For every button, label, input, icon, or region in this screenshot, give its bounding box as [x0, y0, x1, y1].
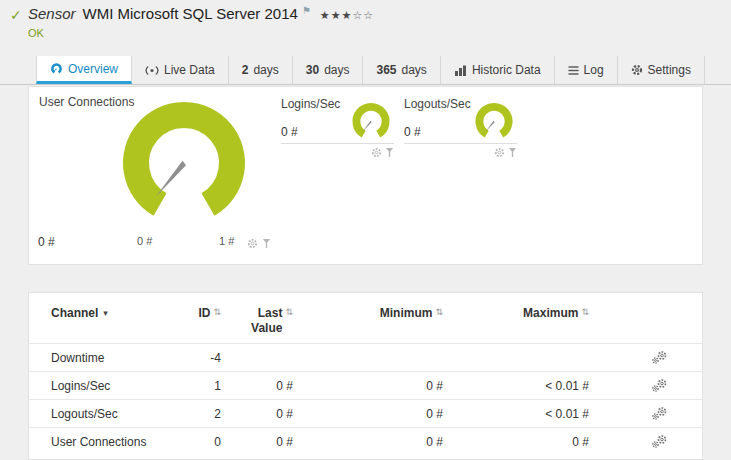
channel-last-value: 0 #	[221, 435, 293, 449]
gear-icon[interactable]	[494, 147, 505, 158]
channel-settings-icon[interactable]	[651, 434, 668, 449]
sensor-title-line: SensorWMI Microsoft SQL Server 2014⚑★★★☆…	[28, 5, 374, 22]
gauges-panel: User Connections 0 # 0 # 1 # Logins/Sec …	[28, 86, 703, 265]
mini-gauge-toolbar	[494, 147, 517, 158]
tab-number: 365	[376, 63, 396, 77]
object-kind-label: Sensor	[28, 5, 76, 22]
star-filled-icons: ★★★	[320, 9, 353, 21]
tab-2-days[interactable]: 2 days	[229, 56, 293, 84]
page-title: WMI Microsoft SQL Server 2014	[83, 5, 298, 22]
channel-name: User Connections	[51, 435, 171, 449]
priority-stars[interactable]: ★★★☆☆	[320, 9, 374, 21]
main-gauge-scale-min: 0 #	[137, 235, 152, 247]
table-row: User Connections 0 0 # 0 # 0 #	[29, 427, 702, 455]
mini-gauge-toolbar	[371, 147, 394, 158]
channel-settings-icon[interactable]	[651, 406, 668, 421]
mini-gauge-logins: Logins/Sec 0 #	[281, 97, 394, 161]
channel-name: Logouts/Sec	[51, 407, 171, 421]
channel-id: -4	[171, 351, 221, 365]
tab-label: days	[324, 63, 349, 77]
channel-table-panel: Channel ▾ ID ⇅ Last Value ⇅ Minimum ⇅ Ma…	[28, 292, 703, 460]
divider	[404, 143, 517, 144]
channel-last-value: 0 #	[221, 379, 293, 393]
pin-icon[interactable]	[262, 238, 271, 249]
pin-icon[interactable]	[508, 147, 517, 158]
column-header-minimum[interactable]: Minimum ⇅	[293, 306, 443, 343]
bar-chart-icon	[454, 65, 467, 76]
channel-last-value: 0 #	[221, 407, 293, 421]
tab-number: 2	[242, 63, 249, 77]
tab-label: Settings	[648, 63, 691, 77]
tab-overview[interactable]: Overview	[36, 56, 132, 84]
sort-icon: ⇅	[213, 307, 221, 317]
main-gauge-scale-max: 1 #	[219, 235, 234, 247]
column-header-last-value[interactable]: Last Value ⇅	[221, 306, 293, 343]
prtg-sensor-page: ✓ SensorWMI Microsoft SQL Server 2014⚑★★…	[0, 0, 731, 460]
pin-icon[interactable]	[385, 147, 394, 158]
gear-icon[interactable]	[247, 238, 258, 249]
tab-label: Log	[584, 63, 604, 77]
channel-name: Logins/Sec	[51, 379, 171, 393]
tab-label: Live Data	[164, 63, 215, 77]
sort-icon: ⇅	[285, 307, 293, 317]
channel-id: 0	[171, 435, 221, 449]
tab-settings[interactable]: Settings	[618, 56, 705, 84]
sensor-header: ✓ SensorWMI Microsoft SQL Server 2014⚑★★…	[0, 0, 731, 56]
mini-gauge-value: 0 #	[404, 125, 421, 139]
channel-minimum: 0 #	[293, 379, 443, 393]
mini-gauge-value: 0 #	[281, 125, 298, 139]
channel-id: 2	[171, 407, 221, 421]
flag-icon[interactable]: ⚑	[302, 5, 311, 16]
tab-log[interactable]: Log	[555, 56, 618, 84]
channel-settings-icon[interactable]	[651, 378, 668, 393]
table-row: Logouts/Sec 2 0 # 0 # < 0.01 #	[29, 399, 702, 427]
divider	[281, 143, 394, 144]
gear-icon[interactable]	[371, 147, 382, 158]
channel-maximum: < 0.01 #	[443, 407, 589, 421]
channel-name: Downtime	[51, 351, 171, 365]
table-row: Logins/Sec 1 0 # 0 # < 0.01 #	[29, 371, 702, 399]
main-gauge-value: 0 #	[38, 235, 55, 249]
user-connections-gauge	[109, 99, 259, 234]
logins-gauge	[348, 102, 394, 143]
logouts-gauge	[471, 102, 517, 143]
tab-label: days	[402, 63, 427, 77]
main-gauge-toolbar	[247, 238, 271, 249]
channel-maximum: 0 #	[443, 435, 589, 449]
column-header-maximum[interactable]: Maximum ⇅	[443, 306, 589, 343]
status-ok-check-icon: ✓	[10, 7, 22, 23]
sort-icon: ⇅	[581, 307, 589, 317]
column-header-actions	[589, 306, 680, 343]
channel-id: 1	[171, 379, 221, 393]
channel-minimum: 0 #	[293, 407, 443, 421]
tab-label: days	[253, 63, 278, 77]
tab-365-days[interactable]: 365 days	[363, 56, 440, 84]
table-row: Downtime -4	[29, 343, 702, 371]
gauge-icon	[50, 63, 63, 75]
sort-down-icon: ▾	[103, 308, 108, 318]
mini-gauge-logouts: Logouts/Sec 0 #	[404, 97, 517, 161]
sort-icon: ⇅	[435, 307, 443, 317]
tab-label: Historic Data	[472, 63, 541, 77]
tab-30-days[interactable]: 30 days	[293, 56, 364, 84]
channel-maximum: < 0.01 #	[443, 379, 589, 393]
broadcast-icon	[145, 65, 159, 76]
tab-label: Overview	[68, 62, 118, 76]
tab-live-data[interactable]: Live Data	[132, 56, 229, 84]
tab-number: 30	[306, 63, 319, 77]
star-empty-icons: ☆☆	[352, 9, 374, 21]
gear-icon	[631, 64, 643, 76]
channel-settings-icon[interactable]	[651, 350, 668, 365]
tab-historic-data[interactable]: Historic Data	[441, 56, 555, 84]
column-header-id[interactable]: ID ⇅	[171, 306, 221, 343]
table-header-row: Channel ▾ ID ⇅ Last Value ⇅ Minimum ⇅ Ma…	[29, 293, 702, 343]
tab-bar: Overview Live Data 2 days 30 days 365 da…	[0, 56, 731, 85]
channel-minimum: 0 #	[293, 435, 443, 449]
log-list-icon	[568, 65, 579, 76]
status-badge: OK	[28, 27, 44, 39]
column-header-channel[interactable]: Channel ▾	[51, 306, 171, 343]
